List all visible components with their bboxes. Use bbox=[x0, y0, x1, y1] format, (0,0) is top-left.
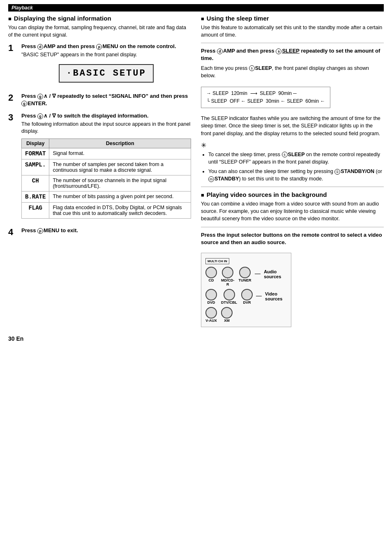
remote-mdcdr-label: MD/CD-R bbox=[221, 278, 235, 286]
signal-section-title: Displaying the signal information bbox=[8, 15, 191, 22]
video-line bbox=[256, 296, 262, 296]
step-2-content: Press g∧ / ∇ repeatedly to select “SIGNA… bbox=[21, 92, 191, 108]
step-1-content: Press dAMP and then press pMENU on the r… bbox=[21, 43, 191, 88]
lcd-display: ·BASIC SETUP bbox=[59, 64, 153, 83]
divider-1 bbox=[201, 43, 384, 43]
table-cell-desc: Flag data encoded in DTS, Dolby Digital,… bbox=[49, 202, 191, 218]
divider-2 bbox=[201, 187, 384, 187]
step-2: 2 Press g∧ / ∇ repeatedly to select “SIG… bbox=[8, 92, 191, 108]
remote-dvd-btn[interactable] bbox=[205, 289, 217, 300]
remote-vaux-label: V-AUX bbox=[205, 319, 217, 323]
step-4: 4 Press pMENU to exit. bbox=[8, 227, 191, 237]
remote-mdcdr-btn[interactable] bbox=[222, 267, 233, 278]
remote-top-label: MULTI CH IN bbox=[205, 258, 229, 264]
step-1-desc: "BASIC SETUP" appears in the front panel… bbox=[21, 51, 191, 59]
enter-icon: g bbox=[21, 101, 27, 106]
table-cell-display: B.RATE bbox=[22, 191, 49, 202]
pmenu-icon: p bbox=[37, 228, 43, 234]
bullet-2: You can also cancel the sleep timer sett… bbox=[208, 168, 384, 182]
note-star: ✳ bbox=[201, 141, 384, 149]
step-4-content: Press pMENU to exit. bbox=[21, 227, 191, 235]
sleep-arrow-2: └ SLEEP OFF ← SLEEP 30min ← SLEEP 60min … bbox=[206, 97, 325, 105]
remote-diagram: MULTI CH IN CD MD/CD-R bbox=[201, 253, 291, 327]
remote-row-2-btns: DVD DTV/CBL DVR bbox=[205, 289, 253, 305]
playing-body: You can combine a video image from a vid… bbox=[201, 200, 384, 222]
signal-section-body: You can display the format, sampling fre… bbox=[8, 24, 191, 39]
sleep-sub-body: Each time you press sSLEEP, the front pa… bbox=[201, 65, 384, 79]
g-icon: g bbox=[37, 94, 43, 99]
remote-cd-group: CD bbox=[205, 267, 217, 286]
playing-section-title: Playing video sources in the background bbox=[201, 191, 384, 198]
press-bold: Press the input selector buttons on the … bbox=[201, 231, 384, 246]
sleep-section-title: Using the sleep timer bbox=[201, 15, 384, 22]
remote-top-box-wrap: MULTI CH IN bbox=[205, 257, 287, 267]
remote-dvd-label: DVD bbox=[207, 300, 215, 305]
remote-dtvcbl-label: DTV/CBL bbox=[221, 300, 237, 305]
step-3-desc: The following information about the inpu… bbox=[21, 121, 191, 135]
step-1-number: 1 bbox=[8, 44, 17, 53]
remote-dvr-group: DVR bbox=[241, 289, 253, 305]
remote-cd-label: CD bbox=[209, 278, 214, 282]
audio-line bbox=[255, 274, 261, 274]
remote-tuner-btn[interactable] bbox=[239, 267, 251, 278]
remote-xm-label: XM bbox=[224, 319, 230, 323]
table-cell-display: FORMAT bbox=[22, 148, 49, 159]
remote-row-2-wrap: DVD DTV/CBL DVR Video sources bbox=[205, 289, 287, 305]
table-row: SAMPL.The number of samples per second t… bbox=[22, 159, 191, 175]
sleep-row-1: → SLEEP 120min ⟶ SLEEP 90min ─ bbox=[206, 90, 325, 97]
col-display: Display bbox=[22, 138, 49, 148]
d-icon: d bbox=[217, 48, 223, 54]
step-3-number: 3 bbox=[8, 113, 17, 122]
page: Playback Displaying the signal informati… bbox=[0, 0, 392, 554]
remote-dvd-group: DVD bbox=[205, 289, 217, 305]
step-1-label: Press dAMP and then press pMENU on the r… bbox=[21, 43, 191, 50]
left-column: Displaying the signal information You ca… bbox=[8, 15, 191, 327]
amp-icon: d bbox=[37, 44, 43, 50]
bullet-1: To cancel the sleep timer, press sSLEEP … bbox=[208, 151, 384, 166]
sleep-row-2: └ SLEEP OFF ← SLEEP 30min ← SLEEP 60min … bbox=[206, 97, 325, 105]
sleep-sub-title: Press dAMP and then press sSLEEP repeate… bbox=[201, 47, 384, 62]
lcd-display-wrap: ·BASIC SETUP bbox=[21, 61, 191, 86]
table-row: FLAGFlag data encoded in DTS, Dolby Digi… bbox=[22, 202, 191, 218]
sleep-bullets: To cancel the sleep timer, press sSLEEP … bbox=[208, 151, 384, 183]
remote-tuner-group: TUNER bbox=[239, 267, 251, 286]
sleep-para1: The SLEEP indicator flashes while you ar… bbox=[201, 115, 384, 137]
table-row: B.RATEThe number of bits passing a given… bbox=[22, 191, 191, 202]
standby-icon: ① bbox=[334, 169, 340, 175]
step-4-number: 4 bbox=[8, 228, 17, 237]
remote-dtvcbl-group: DTV/CBL bbox=[221, 289, 237, 305]
remote-cd-btn[interactable] bbox=[205, 267, 217, 278]
remote-row-3-btns: V-AUX XM bbox=[205, 307, 287, 323]
table-row: FORMATSignal format. bbox=[22, 148, 191, 159]
step-3: 3 Press g∧ / ∇ to switch the displayed i… bbox=[8, 112, 191, 223]
table-cell-display: CH bbox=[22, 175, 49, 191]
table-cell-desc: Signal format. bbox=[49, 148, 191, 159]
remote-xm-group: XM bbox=[221, 307, 233, 323]
step-1: 1 Press dAMP and then press pMENU on the… bbox=[8, 43, 191, 88]
remote-tuner-label: TUNER bbox=[239, 278, 251, 282]
sleep-diagram: → SLEEP 120min ⟶ SLEEP 90min ─ └ SLEEP O… bbox=[201, 87, 330, 108]
s3-icon: s bbox=[282, 152, 288, 157]
remote-vaux-group: V-AUX bbox=[205, 307, 217, 323]
sleep-arrow-1: → SLEEP 120min ⟶ SLEEP 90min ─ bbox=[206, 90, 297, 97]
remote-dvr-btn[interactable] bbox=[241, 289, 253, 300]
remote-xm-btn[interactable] bbox=[221, 307, 233, 319]
m-icon: m bbox=[208, 176, 214, 182]
audio-annotation: Audio sources bbox=[264, 269, 287, 279]
signal-table: Display Description FORMATSignal format.… bbox=[21, 138, 191, 219]
sleep-section-body: Use this feature to automatically set th… bbox=[201, 24, 384, 39]
remote-dtvcbl-btn[interactable] bbox=[224, 289, 235, 300]
table-cell-desc: The number of source channels in the inp… bbox=[49, 175, 191, 191]
remote-dvr-label: DVR bbox=[243, 300, 251, 305]
step-4-label: Press pMENU to exit. bbox=[21, 227, 191, 234]
col-description: Description bbox=[49, 138, 191, 148]
step-3-content: Press g∧ / ∇ to switch the displayed inf… bbox=[21, 112, 191, 223]
s-icon: s bbox=[276, 48, 281, 54]
remote-mdcdr-group: MD/CD-R bbox=[221, 267, 235, 286]
top-bar: Playback bbox=[8, 4, 384, 12]
video-annotation-wrap: Video sources bbox=[256, 291, 287, 301]
step-2-label: Press g∧ / ∇ repeatedly to select “SIGNA… bbox=[21, 92, 191, 107]
table-cell-display: FLAG bbox=[22, 202, 49, 218]
page-number: 30 En bbox=[8, 335, 384, 342]
remote-vaux-btn[interactable] bbox=[205, 307, 217, 319]
